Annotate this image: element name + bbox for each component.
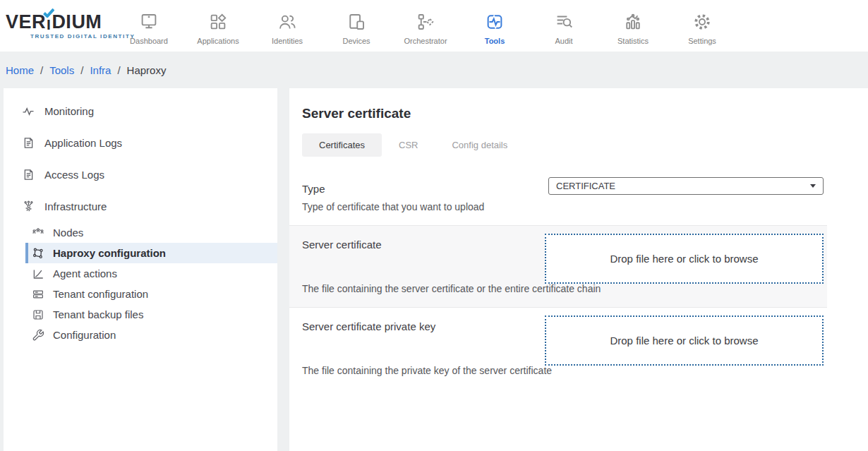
sidebar-item-label: Application Logs (44, 137, 122, 149)
sidebar-item-label: Tenant backup files (53, 308, 143, 320)
chevron-down-icon (810, 184, 816, 188)
breadcrumb-separator: / (80, 64, 83, 76)
certificate-type-select[interactable]: CERTIFICATE (548, 177, 824, 195)
page-body: Monitoring Application Logs Access Logs (0, 88, 868, 451)
main-content: Server certificate Certificates CSR Conf… (289, 88, 868, 451)
tools-icon (484, 10, 505, 34)
page-title: Server certificate (302, 106, 868, 121)
document-icon (21, 136, 35, 150)
breadcrumb-tools[interactable]: Tools (49, 64, 74, 76)
brand-name-part: DIUM (52, 13, 102, 32)
sidebar-item-monitoring[interactable]: Monitoring (4, 95, 277, 127)
sidebar-item-haproxy-configuration[interactable]: Haproxy configuration (25, 243, 277, 263)
server-stack-icon (32, 288, 44, 301)
sidebar-item-label: Access Logs (44, 169, 104, 181)
sidebar-item-tenant-backup-files[interactable]: Tenant backup files (25, 304, 277, 325)
dropzone-text: Drop file here or click to browse (610, 335, 758, 347)
brand-logo[interactable]: VERIDIUM TRUSTED DIGITAL IDENTITY (0, 13, 114, 40)
certificate-type-value: CERTIFICATE (556, 181, 615, 191)
server-certificate-description: The file containing the server certifica… (302, 282, 814, 296)
sidebar-item-label: Nodes (53, 227, 83, 239)
brand-tagline: TRUSTED DIGITAL IDENTITY (6, 33, 114, 40)
breadcrumb: Home / Tools / Infra / Haproxy (0, 52, 868, 88)
app-header: VERIDIUM TRUSTED DIGITAL IDENTITY Dashbo… (0, 0, 868, 52)
dropzone-text: Drop file here or click to browse (610, 253, 758, 265)
floppy-disk-icon (32, 308, 44, 321)
statistics-icon (622, 10, 644, 34)
graph-nodes-icon (32, 247, 44, 260)
nav-item-audit[interactable]: Audit (529, 7, 598, 45)
identities-icon (277, 10, 298, 34)
sidebar-item-agent-actions[interactable]: Agent actions (25, 263, 277, 284)
sidebar-item-label: Tenant configuration (53, 288, 148, 300)
settings-icon (692, 10, 713, 34)
applications-icon (207, 10, 229, 34)
tab-config-details[interactable]: Config details (435, 133, 524, 157)
nav-item-statistics[interactable]: Statistics (598, 7, 668, 45)
breadcrumb-separator: / (40, 64, 43, 76)
devices-icon (346, 10, 367, 34)
infrastructure-icon (21, 200, 35, 214)
nav-item-orchestrator[interactable]: Orchestrator (391, 7, 460, 45)
server-certificate-row: Server certificate Drop file here or cli… (289, 225, 827, 308)
nav-item-dashboard[interactable]: Dashboard (114, 7, 183, 45)
main-nav: Dashboard Applications Iden (114, 7, 737, 45)
sidebar: Monitoring Application Logs Access Logs (4, 88, 277, 451)
sidebar-item-nodes[interactable]: Nodes (25, 222, 277, 243)
server-certificate-dropzone[interactable]: Drop file here or click to browse (545, 234, 824, 284)
document-icon (21, 168, 35, 182)
sidebar-item-application-logs[interactable]: Application Logs (4, 127, 277, 159)
nav-item-identities[interactable]: Identities (253, 7, 322, 45)
sidebar-item-label: Configuration (53, 329, 116, 341)
tab-certificates[interactable]: Certificates (302, 133, 382, 157)
sidebar-item-infrastructure[interactable]: Infrastructure (4, 191, 277, 222)
brand-name: VERIDIUM (6, 13, 114, 32)
sidebar-item-tenant-configuration[interactable]: Tenant configuration (25, 284, 277, 304)
tab-csr[interactable]: CSR (382, 133, 435, 157)
audit-icon (553, 10, 574, 34)
monitoring-icon (21, 104, 35, 119)
type-field-description: Type of certificate that you want to upl… (302, 200, 814, 214)
orchestrator-icon (415, 10, 436, 34)
brand-name-part: VER (6, 13, 46, 32)
sidebar-item-access-logs[interactable]: Access Logs (4, 159, 277, 191)
dashboard-icon (138, 10, 159, 34)
nav-item-applications[interactable]: Applications (183, 7, 253, 45)
nodes-icon (32, 227, 44, 239)
certificate-form: Type Type of certificate that you want t… (289, 170, 827, 389)
breadcrumb-current: Haproxy (127, 64, 167, 76)
brand-name-part: I (47, 16, 51, 32)
type-field-row: Type Type of certificate that you want t… (289, 170, 827, 225)
line-chart-icon (32, 267, 44, 280)
nav-item-tools[interactable]: Tools (460, 7, 529, 45)
sidebar-item-configuration[interactable]: Configuration (25, 325, 277, 345)
nav-item-settings[interactable]: Settings (668, 7, 737, 45)
sidebar-item-label: Infrastructure (44, 200, 107, 212)
breadcrumb-separator: / (117, 64, 120, 76)
sidebar-item-label: Haproxy configuration (53, 247, 166, 259)
sidebar-item-label: Agent actions (53, 267, 117, 279)
private-key-dropzone[interactable]: Drop file here or click to browse (545, 315, 824, 366)
tabs: Certificates CSR Config details (302, 133, 868, 157)
breadcrumb-home[interactable]: Home (6, 64, 34, 76)
private-key-row: Server certificate private key Drop file… (289, 308, 827, 389)
checkmark-icon (43, 8, 54, 18)
breadcrumb-infra[interactable]: Infra (90, 64, 111, 76)
wrench-icon (32, 329, 44, 342)
sidebar-item-label: Monitoring (44, 105, 94, 117)
nav-item-devices[interactable]: Devices (322, 7, 391, 45)
private-key-description: The file containing the private key of t… (302, 364, 814, 378)
